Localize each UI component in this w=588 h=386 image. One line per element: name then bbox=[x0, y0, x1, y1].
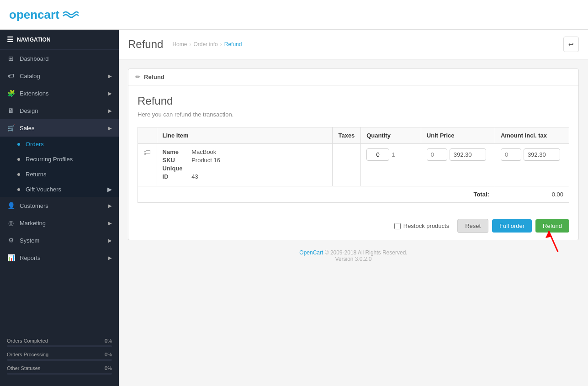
dot-icon bbox=[17, 143, 20, 146]
sidebar-subitem-gift-vouchers[interactable]: Gift Vouchers ▶ bbox=[0, 182, 119, 197]
sidebar-subitem-recurring-profiles[interactable]: Recurring Profiles bbox=[0, 152, 119, 167]
nav-header: ☰ NAVIGATION bbox=[0, 30, 119, 50]
sidebar-item-system[interactable]: ⚙ System ▶ bbox=[0, 232, 119, 249]
pencil-icon: ✏ bbox=[135, 74, 140, 80]
row-tag-icon-cell: 🏷 bbox=[138, 144, 157, 186]
page-title: Refund bbox=[128, 38, 163, 51]
sales-icon: 🛒 bbox=[7, 124, 15, 132]
id-value: 43 bbox=[191, 173, 198, 180]
col-taxes-header: Taxes bbox=[333, 127, 361, 144]
reset-button[interactable]: Reset bbox=[457, 219, 488, 233]
total-value-cell: 0.00 bbox=[495, 186, 569, 203]
col-lineitem-header: Line Item bbox=[157, 127, 333, 144]
refund-button-container: Refund bbox=[535, 219, 569, 233]
total-row: Total: 0.00 bbox=[138, 186, 569, 203]
sidebar-progress: Orders Completed 0% Orders Processing 0% bbox=[0, 331, 119, 386]
col-quantity-header: Quantity bbox=[361, 127, 421, 144]
system-icon: ⚙ bbox=[7, 237, 15, 244]
sidebar-item-customers[interactable]: 👤 Customers ▶ bbox=[0, 197, 119, 214]
unique-label: Unique bbox=[163, 165, 190, 172]
logo-text: opencart bbox=[9, 8, 59, 22]
hamburger-icon: ☰ bbox=[7, 35, 13, 44]
row-quantity-cell: 1 bbox=[361, 144, 421, 186]
tag-icon: 🏷 bbox=[143, 148, 151, 156]
catalog-icon: 🏷 bbox=[7, 72, 15, 79]
customers-icon: 👤 bbox=[7, 202, 15, 209]
chevron-right-icon: ▶ bbox=[108, 238, 112, 243]
arrow-indicator bbox=[542, 227, 565, 255]
breadcrumb-current: Refund bbox=[224, 41, 242, 48]
progress-orders-processing: Orders Processing 0% bbox=[7, 352, 112, 361]
sidebar-item-design[interactable]: 🖥 Design ▶ bbox=[0, 102, 119, 119]
row-lineitem-cell: Name MacBook SKU Product 16 bbox=[157, 144, 333, 186]
row-unitprice-cell bbox=[421, 144, 495, 186]
name-label: Name bbox=[163, 148, 190, 155]
row-amount-cell bbox=[495, 144, 569, 186]
breadcrumb-order-info[interactable]: Order info bbox=[193, 41, 217, 48]
amount-left-input[interactable] bbox=[501, 148, 521, 161]
total-label-cell: Total: bbox=[138, 186, 495, 203]
col-amount-header: Amount incl. tax bbox=[495, 127, 569, 144]
quantity-input[interactable] bbox=[366, 148, 389, 161]
progress-orders-completed: Orders Completed 0% bbox=[7, 338, 112, 347]
restock-label: Restock products bbox=[394, 222, 449, 229]
total-label: Total: bbox=[473, 191, 489, 198]
sidebar-item-extensions[interactable]: 🧩 Extensions ▶ bbox=[0, 85, 119, 102]
version-text: Version 3.0.2.0 bbox=[137, 256, 570, 262]
col-unitprice-header: Unit Price bbox=[421, 127, 495, 144]
marketing-icon: ◎ bbox=[7, 219, 15, 227]
sku-value: Product 16 bbox=[191, 157, 220, 164]
red-arrow-icon bbox=[542, 227, 565, 254]
main-header: Refund Home › Order info › Refund ↩ bbox=[119, 30, 588, 59]
back-icon: ↩ bbox=[568, 41, 574, 48]
reports-icon: 📊 bbox=[7, 254, 15, 261]
back-button[interactable]: ↩ bbox=[563, 37, 579, 52]
unit-price-right-input[interactable] bbox=[450, 148, 486, 161]
chevron-right-icon: ▶ bbox=[108, 126, 112, 131]
chevron-right-icon: ▶ bbox=[108, 74, 112, 79]
sidebar-item-marketing[interactable]: ◎ Marketing ▶ bbox=[0, 214, 119, 232]
action-area: Restock products Reset Full order Refund bbox=[128, 212, 578, 240]
sidebar-subitem-returns[interactable]: Returns bbox=[0, 167, 119, 182]
refund-table: Line Item Taxes Quantity Unit Price bbox=[138, 127, 569, 203]
dot-icon bbox=[17, 188, 20, 191]
opencart-link[interactable]: OpenCart bbox=[299, 249, 323, 256]
chevron-right-icon: ▶ bbox=[108, 221, 112, 226]
sidebar-subitem-orders[interactable]: Orders bbox=[0, 137, 119, 152]
extensions-icon: 🧩 bbox=[7, 90, 15, 97]
sidebar: ☰ NAVIGATION ⊞ Dashboard 🏷 Catalog ▶ 🧩 E… bbox=[0, 30, 119, 386]
qty-max-value: 1 bbox=[392, 151, 395, 158]
sidebar-item-dashboard[interactable]: ⊞ Dashboard bbox=[0, 50, 119, 67]
refund-title: Refund bbox=[138, 95, 569, 107]
logo-icon bbox=[62, 10, 79, 20]
col-icon-header bbox=[138, 127, 157, 144]
footer: OpenCart © 2009-2018 All Rights Reserved… bbox=[128, 240, 579, 271]
breadcrumb-home[interactable]: Home bbox=[172, 41, 187, 48]
refund-description: Here you can refund the transaction. bbox=[138, 111, 569, 118]
dot-icon bbox=[17, 173, 20, 176]
total-value: 0.00 bbox=[552, 191, 563, 198]
unit-price-left-input[interactable] bbox=[427, 148, 447, 161]
breadcrumb-sep: › bbox=[189, 41, 191, 48]
full-order-button[interactable]: Full order bbox=[492, 219, 532, 233]
sidebar-item-catalog[interactable]: 🏷 Catalog ▶ bbox=[0, 67, 119, 85]
design-icon: 🖥 bbox=[7, 107, 15, 114]
refund-panel: ✏ Refund Refund Here you can refund the … bbox=[128, 69, 579, 240]
chevron-right-icon: ▶ bbox=[108, 255, 112, 260]
sidebar-item-sales[interactable]: 🛒 Sales ▶ bbox=[0, 119, 119, 137]
dashboard-icon: ⊞ bbox=[7, 55, 15, 62]
dot-icon bbox=[17, 158, 20, 161]
amount-right-input[interactable] bbox=[524, 148, 560, 161]
breadcrumb: Home › Order info › Refund bbox=[172, 41, 242, 48]
progress-other-statuses: Other Statuses 0% bbox=[7, 365, 112, 375]
sidebar-item-reports[interactable]: 📊 Reports ▶ bbox=[0, 249, 119, 266]
main-content-area: Refund Home › Order info › Refund ↩ ✏ Re… bbox=[119, 30, 588, 386]
restock-checkbox[interactable] bbox=[394, 223, 401, 229]
chevron-right-icon: ▶ bbox=[107, 186, 112, 193]
chevron-right-icon: ▶ bbox=[108, 108, 112, 113]
panel-body: Refund Here you can refund the transacti… bbox=[128, 85, 578, 212]
breadcrumb-sep: › bbox=[220, 41, 222, 48]
chevron-right-icon: ▶ bbox=[108, 203, 112, 208]
main-content: ✏ Refund Refund Here you can refund the … bbox=[119, 59, 588, 280]
row-taxes-cell bbox=[333, 144, 361, 186]
